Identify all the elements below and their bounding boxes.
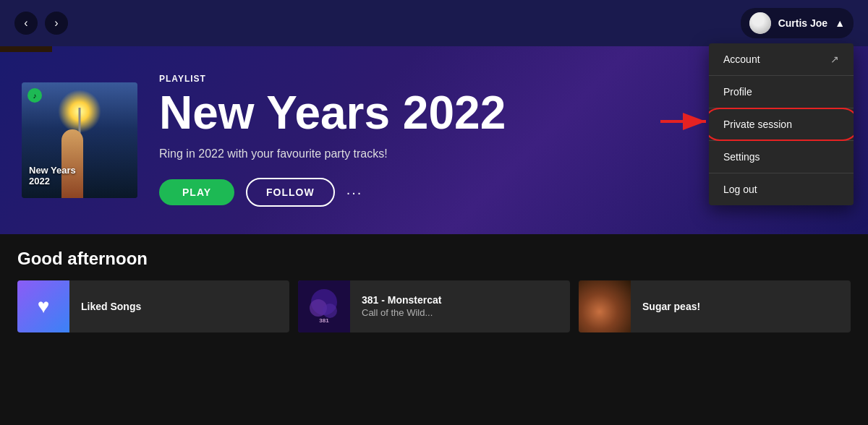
account-label: Account	[723, 53, 760, 65]
greeting-heading: Good afternoon	[17, 249, 851, 269]
album-title-overlay: New Years 2022	[29, 165, 76, 187]
back-button[interactable]: ‹	[14, 12, 38, 35]
dropdown-item-profile[interactable]: Profile	[709, 76, 854, 108]
svg-text:381: 381	[319, 317, 329, 324]
hero-album-art: ♪ New Years 2022	[22, 82, 137, 198]
sugar-peas-art	[579, 280, 631, 332]
monstercat-thumb: 381	[298, 280, 350, 332]
avatar	[749, 12, 771, 34]
sugar-peas-thumb	[579, 280, 631, 332]
forward-button[interactable]: ›	[45, 12, 68, 35]
monstercat-art: 381	[298, 280, 350, 332]
monstercat-card[interactable]: 381 381 - Monstercat Call of the Wild...	[298, 280, 570, 332]
dropdown-item-logout[interactable]: Log out	[709, 173, 854, 205]
play-button[interactable]: PLAY	[159, 179, 234, 205]
monstercat-label: 381 - Monstercat Call of the Wild...	[350, 293, 453, 319]
nav-arrows: ‹ ›	[14, 12, 68, 35]
dropdown-arrow-icon: ▲	[835, 17, 845, 29]
liked-songs-thumb: ♥	[17, 280, 69, 332]
sugar-peas-label: Sugar peas!	[631, 300, 712, 313]
svg-point-5	[323, 304, 337, 318]
external-link-icon: ↗	[830, 53, 839, 65]
user-name-label: Curtis Joe	[778, 17, 827, 29]
follow-button[interactable]: FOLLOW	[246, 178, 335, 207]
cards-row: ♥ Liked Songs 381	[17, 280, 851, 332]
user-menu-button[interactable]: Curtis Joe ▲	[741, 8, 854, 38]
dropdown-item-account[interactable]: Account ↗	[709, 43, 854, 75]
profile-label: Profile	[723, 86, 752, 98]
sugar-peas-card[interactable]: Sugar peas!	[579, 280, 851, 332]
liked-songs-card[interactable]: ♥ Liked Songs	[17, 280, 289, 332]
liked-songs-label: Liked Songs	[69, 300, 153, 313]
liked-songs-icon-bg: ♥	[17, 280, 69, 332]
main-content: Good afternoon ♥ Liked Songs	[0, 234, 868, 347]
heart-icon: ♥	[38, 295, 50, 318]
logout-label: Log out	[723, 184, 757, 195]
settings-label: Settings	[723, 151, 760, 163]
top-nav: ‹ › Curtis Joe ▲	[0, 0, 868, 46]
dropdown-item-settings[interactable]: Settings	[709, 141, 854, 173]
more-options-button[interactable]: ···	[346, 184, 363, 201]
spotify-logo-small: ♪	[27, 88, 42, 103]
dropdown-menu: Account ↗ Profile Private session Settin…	[709, 43, 854, 205]
dropdown-item-private-session[interactable]: Private session	[709, 108, 854, 140]
private-session-label: Private session	[723, 119, 792, 130]
